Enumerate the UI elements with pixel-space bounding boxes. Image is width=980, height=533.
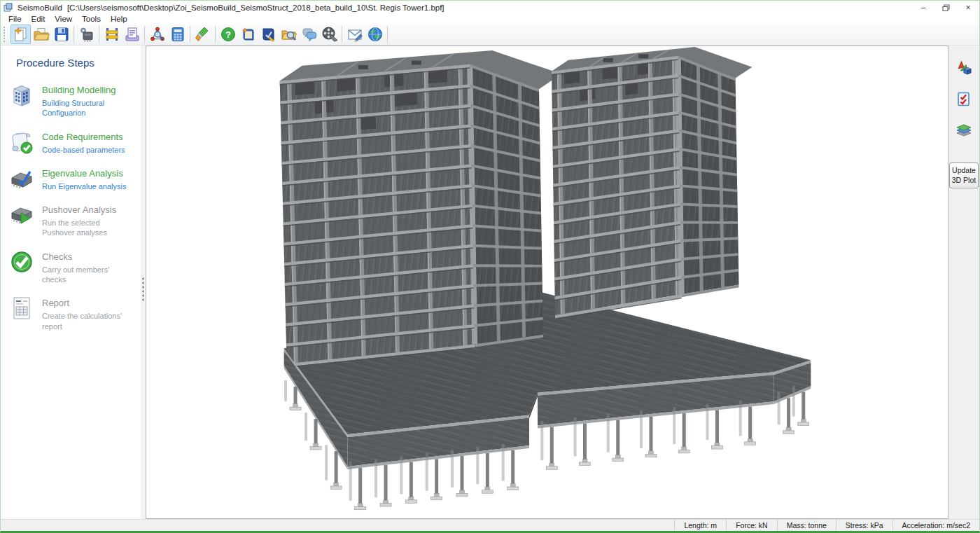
app-window: SeismoBuild [C:\Users\seismosoft\Desktop…: [0, 0, 980, 533]
toolbar-separator: [99, 26, 99, 43]
pushover-chip-icon: [9, 202, 34, 228]
calculator-button[interactable]: [167, 25, 188, 44]
toolbar-separator: [144, 26, 145, 43]
model-nodes-view-button[interactable]: [147, 25, 167, 44]
close-button[interactable]: ×: [957, 1, 979, 13]
model-3d-view[interactable]: [146, 46, 948, 518]
toolbar-separator: [387, 26, 388, 43]
menu-file[interactable]: File: [4, 15, 27, 23]
status-stress-units: Stress: kPa: [836, 520, 892, 531]
print-report-button[interactable]: [122, 25, 142, 44]
step-subtitle: Code-based parameters: [42, 145, 134, 155]
menubar: File Edit View Tools Help: [1, 13, 979, 24]
save-project-button[interactable]: [51, 25, 71, 44]
layers-button[interactable]: [955, 123, 972, 139]
menu-help[interactable]: Help: [106, 15, 132, 23]
new-project-icon: [13, 26, 29, 43]
display-brush-icon: [195, 26, 211, 43]
open-project-icon: [33, 26, 50, 43]
tower-2: [552, 47, 752, 319]
checks-circle-icon: [9, 249, 34, 275]
email-support-button[interactable]: [344, 25, 365, 44]
manual-book-button[interactable]: [258, 25, 279, 44]
status-length-units: Length: m: [674, 520, 726, 531]
status-force-units: Force: kN: [726, 520, 777, 531]
sidebar-item-building-modelling[interactable]: Building Modelling Building Structural C…: [9, 83, 141, 118]
toolbar-separator: [342, 26, 342, 43]
titlebar: SeismoBuild [C:\Users\seismosoft\Desktop…: [1, 1, 979, 13]
model-viewport[interactable]: [146, 46, 948, 519]
sidebar-item-checks[interactable]: Checks Carry out members' checks: [9, 249, 141, 285]
calculator-icon: [169, 26, 186, 43]
sidebar-item-pushover-analysis[interactable]: Pushover Analysis Run the selected Pusho…: [9, 202, 141, 238]
update-3d-plot-button[interactable]: Update 3D Plot: [949, 162, 979, 188]
frame-elements-icon: [104, 26, 120, 43]
step-title: Eigenvalue Analysis: [42, 168, 134, 179]
sidebar-item-report[interactable]: Report Create the calculations' report: [9, 296, 141, 331]
print-report-icon: [124, 26, 141, 43]
update-3d-plot-line2: 3D Plot: [950, 175, 978, 185]
step-title: Checks: [42, 251, 134, 262]
restore-button[interactable]: [934, 1, 957, 13]
tutorials-book-icon: [240, 26, 257, 43]
website-globe-icon: [367, 26, 384, 43]
view-options-button[interactable]: [955, 60, 972, 76]
video-tutorials-button[interactable]: [319, 25, 340, 44]
menu-view[interactable]: View: [50, 15, 77, 23]
manual-book-icon: [260, 26, 277, 43]
menu-edit[interactable]: Edit: [27, 15, 50, 23]
panel-splitter[interactable]: [141, 46, 146, 519]
step-title: Report: [42, 298, 134, 308]
video-tutorials-icon: [321, 26, 338, 43]
step-title: Code Requirements: [42, 132, 134, 142]
examples-search-button[interactable]: [279, 25, 299, 44]
toolbar-separator: [215, 26, 216, 43]
tutorials-book-button[interactable]: [238, 25, 258, 44]
procedure-steps-title: Procedure Steps: [16, 57, 141, 69]
view-options-icon: [955, 60, 972, 76]
run-checks-button[interactable]: [955, 91, 972, 108]
status-acceleration-units: Acceleration: m/sec2: [892, 520, 979, 531]
code-scroll-icon: [9, 130, 34, 155]
update-3d-plot-line1: Update: [950, 165, 978, 175]
processor-settings-icon: [78, 26, 95, 43]
procedure-steps-panel: Procedure Steps: [1, 46, 141, 519]
tower-1: [280, 50, 561, 368]
new-project-button[interactable]: [10, 25, 31, 44]
status-mass-units: Mass: tonne: [777, 520, 836, 531]
step-subtitle: Run the selected Pushover analyses: [42, 218, 134, 238]
toolbar: ?: [1, 24, 979, 46]
examples-search-icon: [281, 26, 298, 43]
model-nodes-view-icon: [149, 26, 166, 43]
eigenvalue-chip-icon: [9, 166, 34, 191]
processor-settings-button[interactable]: [76, 25, 97, 44]
minimize-button[interactable]: –: [912, 1, 934, 13]
splitter-grip-dots: [142, 277, 144, 302]
website-globe-button[interactable]: [365, 25, 385, 44]
help-button[interactable]: ?: [218, 25, 238, 44]
sidebar-item-eigenvalue-analysis[interactable]: Eigenvalue Analysis Run Eigenvalue analy…: [9, 166, 141, 191]
discussion-forum-button[interactable]: [299, 25, 319, 44]
email-support-icon: [346, 26, 363, 43]
menu-tools[interactable]: Tools: [77, 15, 106, 23]
toolbar-grip[interactable]: [4, 27, 8, 42]
svg-text:?: ?: [225, 29, 231, 40]
report-document-icon: [9, 296, 34, 321]
window-controls: – ×: [912, 1, 979, 13]
help-icon: ?: [220, 26, 237, 43]
step-subtitle: Create the calculations' report: [42, 311, 134, 331]
step-title: Pushover Analysis: [42, 205, 134, 215]
step-title: Building Modelling: [42, 85, 134, 95]
frame-elements-button[interactable]: [102, 25, 122, 44]
layers-icon: [955, 123, 972, 139]
window-title-app: SeismoBuild: [18, 4, 62, 12]
step-subtitle: Carry out members' checks: [42, 265, 134, 285]
display-brush-button[interactable]: [192, 25, 213, 44]
sidebar-item-code-requirements[interactable]: Code Requirements Code-based parameters: [9, 130, 141, 155]
statusbar: Length: m Force: kN Mass: tonne Stress: …: [1, 519, 979, 531]
right-toolbar: Update 3D Plot: [948, 46, 979, 519]
building-icon: [9, 83, 34, 108]
save-project-icon: [53, 26, 70, 43]
restore-icon: [942, 4, 950, 11]
open-project-button[interactable]: [31, 25, 51, 44]
